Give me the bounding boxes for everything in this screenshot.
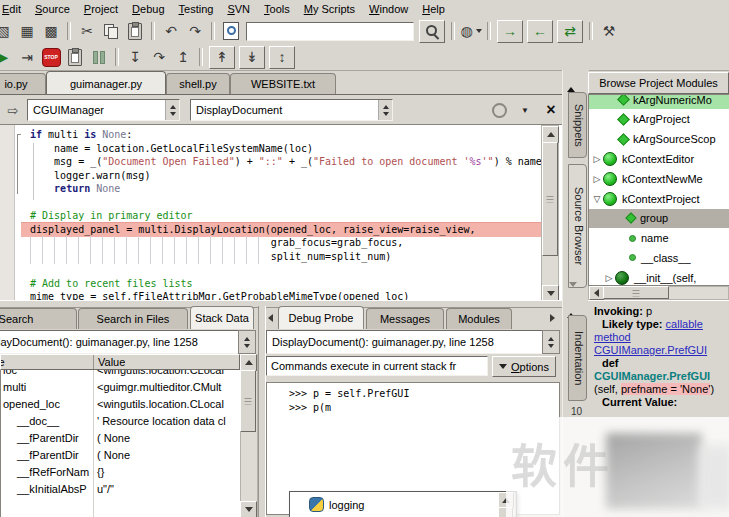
stack-row-freffornam[interactable]: __fRefForNam{}	[1, 463, 241, 480]
tab-shell-py[interactable]: shell.py	[166, 73, 230, 94]
tools-icon[interactable]: ⚒	[597, 20, 621, 42]
stack-frame-combo[interactable]: DisplayDocument(): guimanager.py, line 1…	[0, 330, 245, 354]
search-document-icon[interactable]	[219, 20, 243, 42]
tab-website-txt[interactable]: WEBSITE.txt	[230, 73, 336, 94]
tab-indentation[interactable]: Indentation	[568, 315, 587, 401]
menu-edit[interactable]: Edit	[0, 2, 28, 16]
frame-current-icon[interactable]: ↕	[269, 46, 295, 69]
stack-row-fparentdir[interactable]: __fParentDir( None	[1, 429, 241, 446]
tree-item-kcontexteditor[interactable]: ▷kContextEditor	[589, 149, 729, 168]
tab-guimanager-py[interactable]: guimanager.py	[46, 71, 166, 94]
class-combo[interactable]: CGUIManager	[27, 99, 180, 121]
tab-messages[interactable]: Messages	[366, 308, 444, 329]
paste-icon[interactable]	[123, 20, 147, 42]
tree-scroll-thumb[interactable]	[603, 286, 669, 299]
probe-frame-spinner[interactable]	[542, 330, 560, 354]
tab-source-browser[interactable]: Source Browser	[568, 164, 587, 288]
stack-scroll-up-icon[interactable]	[240, 354, 257, 371]
toggle-bookmark-icon[interactable]: ⇄	[557, 20, 583, 43]
stack-vscrollbar[interactable]	[240, 354, 258, 517]
menu-debug[interactable]: Debug	[125, 2, 171, 16]
copy-icon[interactable]	[99, 20, 123, 42]
tab-modules[interactable]: Modules	[446, 308, 512, 329]
stack-row-opened-loc[interactable]: opened_loc<wingutils.location.CLocal	[1, 395, 241, 412]
tab-snippets[interactable]: Snippets	[568, 92, 587, 158]
tab-stack-data[interactable]: Stack Data	[190, 306, 254, 329]
tree-item-kargnumericmo[interactable]: kArgNumericMo	[589, 94, 729, 109]
tree-item-kargproject[interactable]: kArgProject	[589, 110, 729, 129]
tab-search-in-files[interactable]: Search in Files	[78, 308, 188, 329]
cut-icon[interactable]: ✂	[75, 20, 99, 42]
completion-logging[interactable]: logging	[292, 494, 498, 515]
close-editor-icon[interactable]	[541, 100, 561, 120]
tree-item-kargsourcescop[interactable]: kArgSourceScop	[589, 130, 729, 149]
browse-project-modules-button[interactable]: Browse Project Modules	[588, 72, 729, 94]
menu-svn[interactable]: SVN	[220, 2, 257, 16]
step-out-icon[interactable]: ↥	[171, 46, 195, 68]
new-window-icon[interactable]: ▧	[0, 20, 15, 42]
stack-table-header[interactable]: Variable Value	[0, 354, 240, 370]
collapse-up-icon-2[interactable]	[567, 301, 575, 313]
probe-tabs-next-icon[interactable]	[546, 311, 558, 324]
menu-testing[interactable]: Testing	[172, 2, 221, 16]
editor-vscrollbar[interactable]	[541, 125, 559, 301]
save-file-icon[interactable]: ▩	[39, 20, 63, 42]
type-link-callable[interactable]: callable	[666, 318, 703, 330]
tab-search[interactable]: Search	[0, 308, 77, 329]
recent-symbol-icon[interactable]	[489, 100, 509, 120]
stop-debug-icon[interactable]: STOP	[39, 46, 63, 68]
tree-item-class[interactable]: __class__	[589, 248, 729, 267]
frame-down-icon[interactable]: ↡	[239, 46, 265, 69]
tree-hscrollbar[interactable]	[588, 286, 729, 300]
pause-icon[interactable]	[87, 46, 111, 68]
stack-row-fparentdir[interactable]: __fParentDir( None	[1, 446, 241, 463]
probe-frame-combo[interactable]: DisplayDocument(): guimanager.py, line 1…	[266, 330, 547, 354]
class-combo-spinner[interactable]	[165, 100, 179, 120]
expander-icon[interactable]: ▷	[591, 174, 603, 184]
open-file-icon[interactable]: ▦	[15, 20, 39, 42]
goto-symbol-icon[interactable]: ⇨	[3, 100, 23, 120]
options-button[interactable]: Options	[492, 356, 556, 377]
type-link-method[interactable]: method	[594, 331, 631, 343]
tab-io-py[interactable]: io.py	[0, 73, 46, 94]
menu-my-scripts[interactable]: My Scripts	[297, 2, 362, 16]
strip-scroll-down-icon[interactable]	[569, 287, 577, 299]
tree-item-init-self[interactable]: ▷__init__(self,	[589, 268, 729, 286]
stack-scroll-thumb[interactable]	[240, 370, 256, 432]
run-to-cursor-icon[interactable]: ⇥	[15, 46, 39, 68]
search-scope-icon[interactable]: ◍	[459, 20, 483, 42]
stack-row-doc[interactable]: __doc__' Resource location data cl	[1, 412, 241, 429]
commands-input[interactable]: Commands execute in current stack fr	[266, 356, 488, 376]
menu-project[interactable]: Project	[77, 2, 125, 16]
tree-item-group[interactable]: group	[589, 209, 729, 228]
scroll-up-icon[interactable]	[542, 126, 559, 143]
editor-menu-icon[interactable]	[515, 100, 535, 120]
menu-window[interactable]: Window	[362, 2, 415, 16]
undo-icon[interactable]: ↶	[159, 20, 183, 42]
tree-item-name[interactable]: name	[589, 229, 729, 248]
symbol-combo-spinner[interactable]	[378, 100, 392, 120]
code-editor[interactable]: if multi is None: name = location.GetLoc…	[0, 124, 562, 301]
tab-debug-probe[interactable]: Debug Probe	[278, 306, 364, 329]
expander-icon[interactable]: ▷	[591, 154, 603, 164]
debug-continue-icon[interactable]: ▶	[0, 46, 15, 68]
goto-next-bookmark-icon[interactable]: →	[497, 20, 523, 43]
tree-item-kcontextproject[interactable]: ▽kContextProject	[589, 189, 729, 208]
debug-io-icon[interactable]	[63, 46, 87, 68]
stack-scroll-down-icon[interactable]	[240, 501, 257, 517]
module-browser-tree[interactable]: kArgNumericMokArgProjectkArgSourceScop▷k…	[588, 94, 729, 286]
scroll-down-icon[interactable]	[542, 285, 559, 301]
redo-icon[interactable]: ↷	[183, 20, 207, 42]
tree-item-kcontextnewme[interactable]: ▷kContextNewMe	[589, 169, 729, 188]
stack-frame-spinner[interactable]	[238, 330, 256, 354]
step-into-icon[interactable]: ↧	[123, 46, 147, 68]
collapse-up-icon[interactable]	[567, 75, 575, 87]
tree-scroll-left-icon[interactable]	[589, 286, 604, 300]
search-input[interactable]	[246, 22, 414, 41]
stack-row-kinitialabsp[interactable]: __kInitialAbsPu"/"	[1, 480, 241, 497]
menu-source[interactable]: Source	[28, 2, 77, 16]
menu-tools[interactable]: Tools	[257, 2, 297, 16]
stack-row-loc[interactable]: loc<wingutils.location.CLocal	[1, 370, 241, 378]
step-over-icon[interactable]: ↷	[147, 46, 171, 68]
expander-icon[interactable]: ▽	[591, 194, 603, 204]
